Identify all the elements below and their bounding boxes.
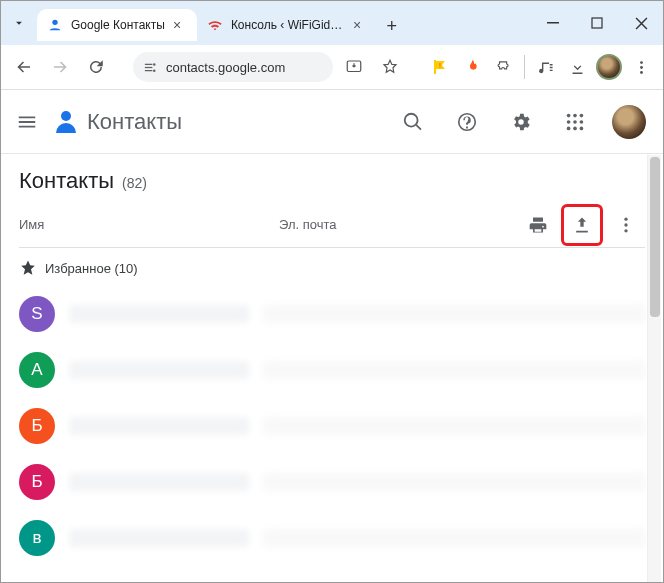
svg-point-7 xyxy=(153,69,156,72)
svg-text:!: ! xyxy=(439,62,441,69)
svg-point-20 xyxy=(580,120,584,124)
main-menu-button[interactable] xyxy=(15,110,39,134)
arrow-left-icon xyxy=(15,58,33,76)
svg-point-18 xyxy=(567,120,571,124)
close-window-button[interactable] xyxy=(619,1,663,45)
wifi-favicon xyxy=(207,17,223,33)
apps-grid-icon xyxy=(564,111,586,133)
reload-icon xyxy=(87,58,105,76)
star-filled-icon xyxy=(19,259,37,277)
url-bar[interactable]: contacts.google.com xyxy=(133,52,333,82)
browser-tab-wifigid[interactable]: Консоль ‹ WiFiGid — W × xyxy=(197,9,377,41)
help-button[interactable] xyxy=(447,102,487,142)
export-button[interactable] xyxy=(565,208,599,242)
contact-avatar: S xyxy=(19,296,55,332)
favorites-label: Избранное (10) xyxy=(45,261,138,276)
flame-icon xyxy=(464,59,480,75)
maximize-window-button[interactable] xyxy=(575,1,619,45)
install-icon xyxy=(345,58,363,76)
browser-menu-button[interactable] xyxy=(627,53,655,81)
toolbar-separator xyxy=(524,55,525,79)
contacts-count: (82) xyxy=(122,175,147,191)
svg-point-19 xyxy=(573,120,577,124)
media-control-button[interactable] xyxy=(531,53,559,81)
svg-point-22 xyxy=(573,126,577,130)
tab-search-dropdown[interactable] xyxy=(1,1,37,45)
export-icon xyxy=(572,215,592,235)
contact-detail-blurred xyxy=(263,473,645,491)
contact-row[interactable]: А xyxy=(19,352,645,388)
svg-point-11 xyxy=(640,61,643,64)
extension-flame[interactable] xyxy=(458,53,486,81)
app-name: Контакты xyxy=(87,109,182,135)
contact-name-blurred xyxy=(69,417,249,435)
svg-rect-9 xyxy=(434,60,436,74)
browser-tab-contacts[interactable]: Google Контакты × xyxy=(37,9,197,41)
contact-avatar: в xyxy=(19,520,55,556)
account-button[interactable] xyxy=(609,102,649,142)
install-app-button[interactable] xyxy=(339,52,369,82)
extension-flag[interactable]: ! xyxy=(426,53,454,81)
puzzle-icon xyxy=(496,59,513,76)
minimize-icon xyxy=(547,17,559,29)
site-settings-icon[interactable] xyxy=(143,60,158,75)
search-button[interactable] xyxy=(393,102,433,142)
maximize-icon xyxy=(591,17,603,29)
close-tab-icon[interactable]: × xyxy=(173,17,187,33)
close-tab-icon[interactable]: × xyxy=(353,17,367,33)
contact-row[interactable]: Б xyxy=(19,408,645,444)
print-icon xyxy=(528,215,548,235)
new-tab-button[interactable]: + xyxy=(377,7,407,45)
help-icon xyxy=(456,111,478,133)
contacts-favicon xyxy=(47,17,63,33)
svg-point-12 xyxy=(640,66,643,69)
tab-label: Консоль ‹ WiFiGid — W xyxy=(231,18,345,32)
content-area: Контакты (82) Имя Эл. почта Избранное (1… xyxy=(1,154,663,583)
contact-detail-blurred xyxy=(263,417,645,435)
contacts-logo-icon xyxy=(53,109,79,135)
arrow-right-icon xyxy=(51,58,69,76)
print-button[interactable] xyxy=(519,206,557,244)
profile-button[interactable] xyxy=(595,53,623,81)
page-title-text: Контакты xyxy=(19,168,114,194)
profile-avatar-icon xyxy=(596,54,622,80)
contact-rows: S А Б Б в xyxy=(19,296,645,576)
apps-button[interactable] xyxy=(555,102,595,142)
column-email: Эл. почта xyxy=(279,217,519,232)
nav-reload-button[interactable] xyxy=(81,52,111,82)
column-name: Имя xyxy=(19,217,279,232)
extensions-button[interactable] xyxy=(490,53,518,81)
svg-rect-2 xyxy=(592,18,602,28)
contact-row[interactable]: Б xyxy=(19,464,645,500)
svg-point-17 xyxy=(580,113,584,117)
account-avatar-icon xyxy=(612,105,646,139)
settings-button[interactable] xyxy=(501,102,541,142)
contact-detail-blurred xyxy=(263,529,645,547)
chevron-down-icon xyxy=(12,16,26,30)
nav-forward-button[interactable] xyxy=(45,52,75,82)
contact-row[interactable]: в xyxy=(19,520,645,556)
bookmark-button[interactable] xyxy=(375,52,405,82)
svg-rect-4 xyxy=(145,66,153,67)
nav-back-button[interactable] xyxy=(9,52,39,82)
browser-titlebar: Google Контакты × Консоль ‹ WiFiGid — W … xyxy=(1,1,663,45)
url-text: contacts.google.com xyxy=(166,60,285,75)
svg-point-25 xyxy=(624,223,627,226)
svg-point-6 xyxy=(153,63,156,66)
minimize-window-button[interactable] xyxy=(531,1,575,45)
contact-avatar: А xyxy=(19,352,55,388)
svg-point-13 xyxy=(640,71,643,74)
contact-name-blurred xyxy=(69,305,249,323)
svg-point-15 xyxy=(567,113,571,117)
app-logo[interactable]: Контакты xyxy=(53,109,182,135)
downloads-button[interactable] xyxy=(563,53,591,81)
more-actions-button[interactable] xyxy=(607,206,645,244)
contact-row[interactable]: S xyxy=(19,296,645,332)
contact-name-blurred xyxy=(69,529,249,547)
svg-point-23 xyxy=(580,126,584,130)
scrollbar[interactable] xyxy=(647,155,661,582)
search-icon xyxy=(402,111,424,133)
kebab-icon xyxy=(616,215,636,235)
svg-rect-5 xyxy=(145,70,153,71)
scrollbar-thumb[interactable] xyxy=(650,157,660,317)
